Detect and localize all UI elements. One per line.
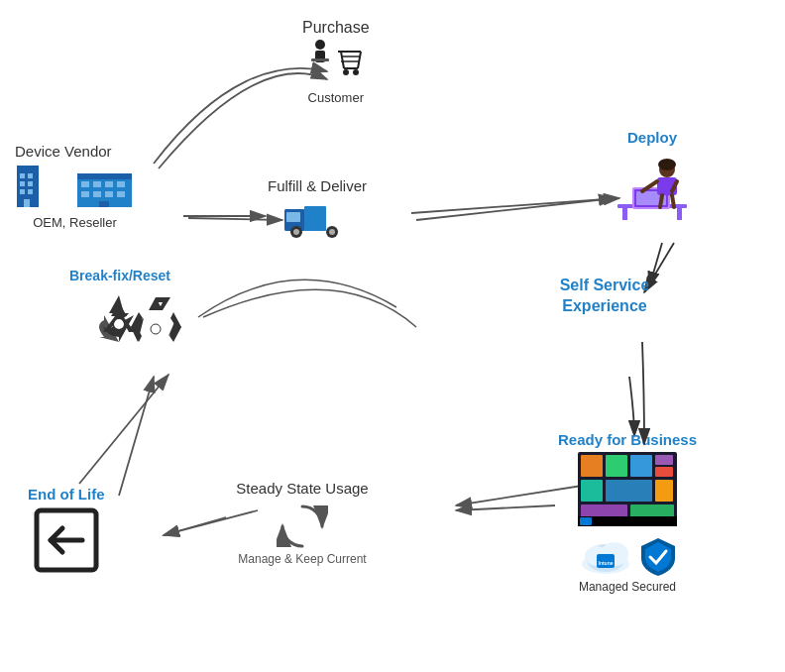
delivery-truck-icon <box>282 194 352 244</box>
svg-rect-52 <box>677 208 682 220</box>
svg-line-12 <box>341 52 344 68</box>
svg-rect-21 <box>20 173 25 178</box>
svg-point-8 <box>315 40 325 50</box>
svg-rect-20 <box>17 166 39 171</box>
svg-rect-67 <box>630 455 652 477</box>
ready-for-business-node: Ready for Business <box>543 431 712 594</box>
svg-text:Intune: Intune <box>598 560 613 566</box>
svg-rect-75 <box>578 516 677 526</box>
svg-line-97 <box>164 517 226 535</box>
windows-start-icon <box>578 452 677 526</box>
svg-line-7 <box>119 377 154 496</box>
svg-rect-33 <box>117 181 125 187</box>
svg-rect-42 <box>304 206 326 231</box>
diagram: Purchase Customer Device Ve <box>0 0 785 672</box>
svg-rect-65 <box>581 455 603 477</box>
svg-rect-41 <box>286 212 300 222</box>
svg-rect-68 <box>655 455 673 465</box>
deploy-icon <box>613 150 692 224</box>
svg-rect-35 <box>93 191 101 197</box>
end-of-life-icon <box>33 506 100 574</box>
svg-point-57 <box>658 159 676 170</box>
purchase-node: Purchase Customer <box>302 15 370 105</box>
svg-rect-72 <box>655 480 673 502</box>
recycle-node-icon <box>119 292 193 366</box>
svg-rect-10 <box>311 58 329 61</box>
sync-icon <box>277 501 328 548</box>
end-of-life-node: End of Life <box>28 486 105 578</box>
svg-rect-26 <box>28 189 33 194</box>
svg-rect-36 <box>105 191 113 197</box>
svg-rect-51 <box>622 208 627 220</box>
svg-rect-25 <box>20 189 25 194</box>
svg-line-96 <box>456 505 555 510</box>
svg-rect-70 <box>581 480 603 502</box>
svg-rect-71 <box>606 480 652 502</box>
steady-state-node: Steady State Usage Manage & Keep Current <box>223 476 382 566</box>
self-service-node: Self Service Experience <box>535 276 674 321</box>
svg-rect-23 <box>20 181 25 186</box>
recycle-clean-icon <box>119 292 193 362</box>
svg-rect-32 <box>105 181 113 187</box>
svg-rect-76 <box>580 517 592 525</box>
fulfill-node: Fulfill & Deliver <box>268 173 367 248</box>
svg-rect-30 <box>81 181 89 187</box>
building-icon-1 <box>15 160 69 211</box>
svg-point-44 <box>293 229 299 235</box>
svg-line-98 <box>79 375 168 484</box>
svg-rect-37 <box>117 191 125 197</box>
intune-cloud-icon: Intune <box>579 536 633 578</box>
device-vendor-node: Device Vendor <box>15 139 135 230</box>
svg-point-46 <box>329 229 335 235</box>
svg-rect-31 <box>93 181 101 187</box>
svg-line-94 <box>411 198 619 213</box>
svg-rect-69 <box>655 467 673 477</box>
deploy-node: Deploy <box>613 129 692 228</box>
svg-rect-27 <box>24 199 30 207</box>
shield-icon <box>639 536 677 578</box>
svg-rect-24 <box>28 181 33 186</box>
svg-point-16 <box>353 69 359 75</box>
svg-rect-34 <box>81 191 89 197</box>
svg-line-13 <box>358 52 361 68</box>
svg-point-15 <box>343 69 349 75</box>
svg-line-61 <box>660 195 662 207</box>
building-icon-2 <box>75 160 135 211</box>
svg-rect-29 <box>77 173 132 179</box>
purchase-icon <box>306 37 366 86</box>
svg-line-62 <box>672 195 674 207</box>
svg-rect-66 <box>606 455 627 477</box>
svg-point-90 <box>151 324 161 334</box>
svg-rect-38 <box>99 201 109 207</box>
svg-line-3 <box>416 198 615 220</box>
svg-rect-22 <box>28 173 33 178</box>
